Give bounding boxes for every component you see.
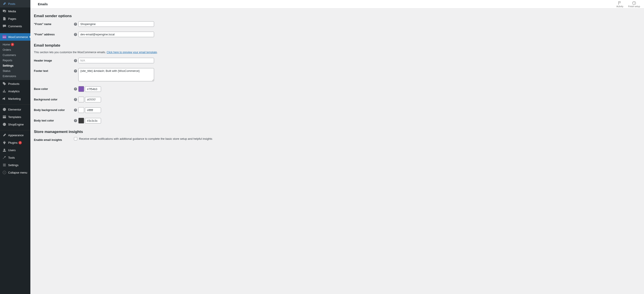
sidebar-item-elementor[interactable]: Elementor: [0, 106, 30, 113]
background-color-swatch[interactable]: [78, 97, 84, 102]
help-icon[interactable]: ?: [74, 59, 77, 62]
media-icon: [2, 9, 6, 13]
plugins-badge: 2: [18, 141, 22, 144]
body-text-swatch[interactable]: [78, 118, 84, 124]
from-address-input[interactable]: [78, 32, 154, 37]
sliders-icon: [2, 163, 6, 167]
svg-point-1: [3, 123, 6, 126]
svg-point-0: [3, 108, 6, 111]
sidebar-item-pages[interactable]: Pages: [0, 15, 30, 22]
sidebar-item-shopengine[interactable]: ShopEngine: [0, 121, 30, 128]
sidebar-label: Media: [8, 10, 16, 13]
from-name-input[interactable]: [78, 21, 154, 27]
page-title: Emails: [38, 2, 48, 6]
help-icon[interactable]: ?: [74, 98, 77, 101]
section-insights-title: Store management insights: [34, 130, 640, 134]
sidebar-item-templates[interactable]: Templates: [0, 113, 30, 121]
sidebar-item-woocommerce[interactable]: woo WooCommerce: [0, 33, 30, 41]
background-color-input[interactable]: [85, 97, 101, 102]
header-image-input[interactable]: [78, 58, 154, 63]
sidebar-sub-extensions[interactable]: Extensions: [0, 74, 30, 79]
elementor-icon: [2, 107, 6, 112]
sidebar-label: Posts: [8, 2, 16, 5]
help-icon[interactable]: ?: [74, 33, 77, 36]
help-icon[interactable]: ?: [74, 23, 77, 26]
base-color-input[interactable]: [85, 86, 101, 92]
sidebar-item-tools[interactable]: Tools: [0, 154, 30, 161]
from-name-label: "From" name: [34, 21, 74, 26]
finish-setup-button[interactable]: Finish setup: [628, 1, 640, 8]
section-sender-title: Email sender options: [34, 14, 640, 18]
sidebar-sub-label: Home: [3, 43, 10, 46]
body-bg-swatch[interactable]: [78, 107, 84, 113]
desc-end: .: [157, 51, 158, 54]
sidebar-label: Products: [8, 82, 19, 85]
tag-icon: [2, 82, 6, 86]
sidebar-sub-reports[interactable]: Reports: [0, 58, 30, 63]
sidebar-sub-label: Extensions: [3, 75, 16, 78]
enable-insights-checkbox[interactable]: [74, 137, 77, 141]
sidebar-item-comments[interactable]: Comments: [0, 22, 30, 30]
activity-button[interactable]: Activity: [616, 1, 623, 8]
sidebar-sub-label: Settings: [3, 64, 14, 67]
plug-icon: [2, 141, 6, 145]
chart-icon: [2, 89, 6, 93]
enable-insights-desc: Receive email notifications with additio…: [79, 137, 212, 141]
pin-icon: [2, 1, 6, 6]
sidebar-label: Plugins: [8, 141, 18, 144]
help-icon[interactable]: ?: [74, 109, 77, 112]
base-color-swatch[interactable]: [78, 86, 84, 92]
help-icon[interactable]: ?: [74, 119, 77, 122]
sidebar-sub-customers[interactable]: Customers: [0, 52, 30, 58]
sidebar-sub-label: Customers: [3, 54, 16, 57]
shopengine-icon: [2, 122, 6, 127]
sidebar-collapse[interactable]: Collapse menu: [0, 169, 30, 176]
sidebar-item-appearance[interactable]: Appearance: [0, 131, 30, 139]
background-color-label: Background color: [34, 97, 74, 101]
woocommerce-icon: woo: [2, 35, 6, 39]
user-icon: [2, 148, 6, 152]
sidebar-item-marketing[interactable]: Marketing: [0, 95, 30, 102]
sidebar-item-settings[interactable]: Settings: [0, 161, 30, 169]
sidebar-label: Users: [8, 148, 16, 152]
base-color-label: Base color: [34, 86, 74, 91]
sidebar-item-users[interactable]: Users: [0, 146, 30, 154]
desc-text: This section lets you customize the WooC…: [34, 51, 106, 54]
content-area: Emails Activity Finish setup Email sende…: [30, 0, 644, 294]
sidebar-label: Comments: [8, 25, 22, 28]
sidebar-item-plugins[interactable]: Plugins 2: [0, 139, 30, 146]
sidebar-sub-label: Orders: [3, 48, 11, 51]
sidebar-item-posts[interactable]: Posts: [0, 0, 30, 7]
collapse-icon: [2, 170, 6, 175]
sidebar-label: Pages: [8, 17, 16, 20]
sidebar-sub-home[interactable]: Home 4: [0, 42, 30, 47]
sidebar-item-products[interactable]: Products: [0, 80, 30, 87]
sidebar-label: Analytics: [8, 90, 20, 93]
sidebar-sub-settings[interactable]: Settings: [0, 63, 30, 68]
sidebar-item-media[interactable]: Media: [0, 7, 30, 15]
templates-icon: [2, 115, 6, 119]
sidebar-label: Tools: [8, 156, 15, 159]
body-text-label: Body text color: [34, 118, 74, 122]
help-icon[interactable]: ?: [74, 69, 77, 73]
body-bg-input[interactable]: [85, 108, 101, 113]
sidebar-sub-status[interactable]: Status: [0, 68, 30, 74]
flag-icon: [618, 1, 622, 5]
preview-template-link[interactable]: Click here to preview your email templat…: [106, 51, 157, 54]
sidebar-label: Appearance: [8, 134, 24, 137]
svg-point-2: [4, 149, 5, 150]
sidebar-sub-label: Reports: [3, 59, 12, 62]
sidebar-sub-orders[interactable]: Orders: [0, 47, 30, 52]
header-image-label: Header image: [34, 58, 74, 62]
section-template-title: Email template: [34, 43, 640, 48]
sidebar-label: Templates: [8, 115, 21, 119]
sidebar-sub-label: Status: [3, 69, 10, 73]
admin-sidebar: Posts Media Pages Comments woo WooCommer…: [0, 0, 30, 294]
sidebar-label: Settings: [8, 163, 18, 167]
body-text-input[interactable]: [85, 118, 101, 124]
sidebar-label: Marketing: [8, 97, 21, 100]
footer-text-input[interactable]: [78, 68, 154, 81]
help-icon[interactable]: ?: [74, 87, 77, 91]
sidebar-label: Elementor: [8, 108, 21, 111]
sidebar-item-analytics[interactable]: Analytics: [0, 87, 30, 95]
